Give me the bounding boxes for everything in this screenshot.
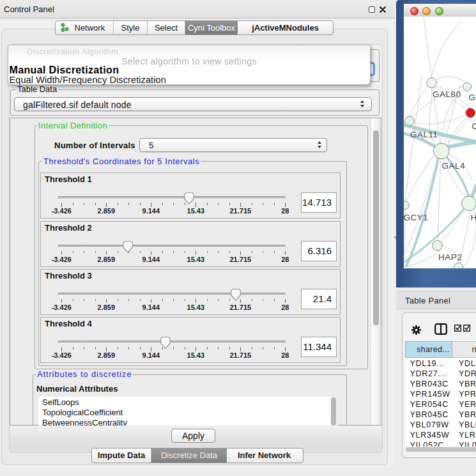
svg-text:G: G <box>468 93 475 102</box>
svg-text:HAP2: HAP2 <box>438 252 462 262</box>
svg-text:GAL80: GAL80 <box>433 89 461 99</box>
svg-text:GAL4: GAL4 <box>442 161 466 171</box>
svg-text:GCY1: GCY1 <box>404 213 428 222</box>
svg-text:H: H <box>471 213 476 222</box>
svg-text:C: C <box>472 121 476 131</box>
svg-text:GAL11: GAL11 <box>410 130 438 139</box>
